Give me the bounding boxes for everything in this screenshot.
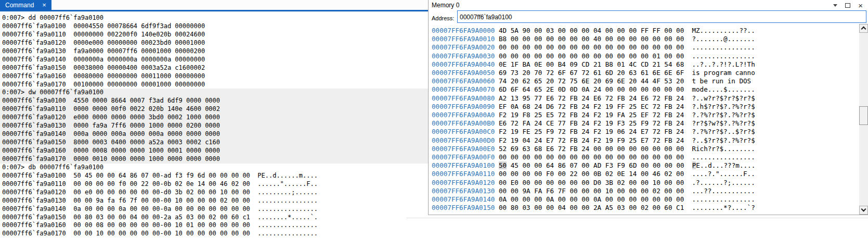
memory-address-cell: 00007FF6FA9A0140 bbox=[432, 195, 495, 203]
selected-byte[interactable]: 50 bbox=[499, 161, 507, 169]
command-output[interactable]: 0:007> dd 00007ff6`fa9a010000007ff6`fa9a… bbox=[0, 14, 428, 238]
memory-address-cell: 00007FF6FA9A0090 bbox=[432, 103, 495, 110]
memory-ascii-cell: ................ bbox=[692, 43, 755, 51]
memory-bytes-cell: 00 00 00 00 00 00 00 00 00 00 00 00 00 0… bbox=[499, 153, 684, 161]
memory-ascii-cell: MZ..........??.. bbox=[692, 27, 755, 34]
memory-address-input[interactable] bbox=[457, 10, 866, 23]
memory-ascii-cell: ..?..?.?!?.L?!Th bbox=[692, 60, 755, 68]
byte: 00 bbox=[522, 161, 530, 169]
memory-row[interactable]: 00007FF6FA9A00F0 00 00 00 00 00 00 00 00… bbox=[432, 153, 868, 161]
memory-ascii-cell: ?..w?r?$?r?$?r?$ bbox=[692, 94, 755, 102]
command-line: 00007ff6`fa9a0110 00 00 00 00 f0 00 22 0… bbox=[2, 180, 428, 189]
memory-row[interactable]: 00007FF6FA9A0060 74 20 62 65 20 72 75 6E… bbox=[432, 77, 868, 85]
command-line: 00007ff6`fa9a0150 8000 0003 0400 0000 a5… bbox=[2, 139, 428, 147]
memory-row[interactable]: 00007FF6FA9A00C0 F2 19 FE 25 F9 72 FB 24… bbox=[432, 128, 868, 136]
memory-ascii-cell: PE..d...???m.... bbox=[692, 161, 756, 169]
memory-address-cell: 00007FF6FA9A0150 bbox=[432, 204, 495, 211]
memory-row[interactable]: 00007FF6FA9A0070 6D 6F 64 65 2E 0D 0D 0A… bbox=[432, 85, 868, 94]
memory-bytes-cell: F2 19 04 24 E7 72 FB 24 F2 19 F9 25 E7 7… bbox=[499, 136, 684, 144]
byte: 00 bbox=[581, 161, 589, 169]
memory-ascii-cell: ....?."......F.. bbox=[692, 170, 755, 178]
scroll-down-button[interactable] bbox=[859, 206, 868, 215]
memory-row[interactable]: 00007FF6FA9A00A0 F2 19 F8 25 E5 72 FB 24… bbox=[432, 111, 868, 119]
memory-address-bar: Address: bbox=[429, 10, 868, 24]
memory-window: Memory 0 × Address: 00007FF6FA99FFF0 00 … bbox=[428, 0, 868, 215]
chevron-down-icon[interactable] bbox=[833, 4, 837, 7]
vertical-scrollbar[interactable] bbox=[859, 24, 868, 215]
memory-address-cell: 00007FF6FA9A0080 bbox=[432, 94, 495, 102]
memory-address-cell: 00007FF6FA9A0060 bbox=[432, 77, 495, 85]
memory-address-cell: 00007FF6FA9A0130 bbox=[432, 187, 495, 195]
tab-command[interactable]: Command × bbox=[0, 0, 51, 10]
memory-row[interactable]: 00007FF6FA9A0110 00 00 00 00 F0 00 22 00… bbox=[432, 170, 868, 178]
command-window: Command × 00007ff6`fa9a00f0 00 00 00 00 … bbox=[0, 0, 428, 250]
memory-address-cell: 00007FF6FA9A0110 bbox=[432, 170, 495, 178]
memory-ascii-cell: ...??........... bbox=[692, 187, 755, 195]
memory-row[interactable]: 00007FF6FA9A0120 00 E0 00 00 00 00 00 00… bbox=[432, 179, 868, 187]
memory-address-cell: 00007FF6FA9A00E0 bbox=[432, 145, 495, 153]
memory-row[interactable]: 00007FF6FA9A0050 69 73 20 70 72 6F 67 72… bbox=[432, 69, 868, 77]
memory-row[interactable]: 00007FF6FA9A0020 00 00 00 00 00 00 00 00… bbox=[432, 43, 868, 52]
memory-address-cell: 00007FF6FA9A0070 bbox=[432, 85, 495, 93]
memory-bytes-cell: 69 73 20 70 72 6F 67 72 61 6D 20 63 61 6… bbox=[499, 69, 684, 77]
memory-row[interactable]: 00007FF6FA9A00D0 F2 19 04 24 E7 72 FB 24… bbox=[432, 136, 868, 145]
memory-ascii-cell: ................ bbox=[692, 153, 755, 161]
memory-address-cell: 00007FF6FA99FFF0 bbox=[432, 24, 495, 26]
scroll-up-button[interactable] bbox=[859, 24, 868, 33]
memory-dump-area: 00007FF6FA99FFF0 00 00 00 00 00 00 00 00… bbox=[429, 24, 868, 215]
command-line: 0:007> db 00007ff6`fa9a0100 bbox=[2, 164, 428, 172]
memory-bytes-cell: 52 69 63 68 E6 72 FB 24 00 00 00 00 00 0… bbox=[499, 145, 684, 153]
memory-bytes-cell: A2 13 95 77 E6 72 FB 24 E6 72 FB 24 E6 7… bbox=[499, 94, 684, 102]
command-line: 00007ff6`fa9a0160 00080000 00000000 0001… bbox=[2, 72, 428, 81]
memory-ascii-cell: t be run in DOS bbox=[692, 77, 755, 85]
command-line: 00007ff6`fa9a0100 50 45 00 00 64 86 07 0… bbox=[2, 172, 428, 180]
memory-bytes-cell: 6D 6F 64 65 2E 0D 0D 0A 24 00 00 00 00 0… bbox=[499, 85, 684, 93]
command-line: 00007ff6`fa9a0120 00 e0 00 00 00 00 00 0… bbox=[2, 189, 428, 197]
command-line: 00007ff6`fa9a0130 00 00 9a fa f6 7f 00 0… bbox=[2, 197, 428, 205]
memory-row[interactable]: 00007FF6FA9A0130 00 00 9A FA F6 7F 00 00… bbox=[432, 187, 868, 195]
memory-row[interactable]: 00007FF6FA9A0100 50 45 00 00 64 86 07 00… bbox=[432, 161, 868, 170]
command-line: 00007ff6`fa9a0120 0000e000 00000000 0002… bbox=[2, 39, 428, 47]
byte: AD bbox=[593, 161, 601, 169]
command-line: 00007ff6`fa9a0160 0000 0008 0000 0000 10… bbox=[2, 147, 428, 155]
memory-row[interactable]: 00007FF6FA9A0080 A2 13 95 77 E6 72 FB 24… bbox=[432, 94, 868, 103]
memory-row[interactable]: 00007FF6FA9A0000 4D 5A 90 00 03 00 00 00… bbox=[432, 27, 868, 35]
scrollbar-thumb[interactable] bbox=[859, 106, 868, 125]
memory-bytes-cell: B8 00 00 00 00 00 00 00 40 00 00 00 00 0… bbox=[499, 35, 684, 43]
memory-address-cell: 00007FF6FA9A0040 bbox=[432, 60, 495, 68]
memory-address-cell: 00007FF6FA9A0100 bbox=[432, 161, 495, 169]
ascii-char: . bbox=[720, 161, 724, 169]
memory-address-cell: 00007FF6FA9A00D0 bbox=[432, 136, 495, 144]
byte: 6D bbox=[629, 161, 637, 169]
maximize-icon[interactable] bbox=[845, 3, 850, 8]
memory-ascii-cell: ?.h$?r?$?.?%?r?$ bbox=[692, 103, 755, 110]
memory-row[interactable]: 00007FF6FA9A00E0 52 69 63 68 E6 72 FB 24… bbox=[432, 145, 868, 153]
close-icon[interactable]: × bbox=[858, 2, 863, 9]
memory-bytes-cell: 00 00 00 00 00 00 00 00 00 00 00 00 00 0… bbox=[499, 52, 684, 60]
byte: 00 bbox=[665, 161, 672, 169]
memory-row[interactable]: 00007FF6FA9A0140 0A 00 00 00 0A 00 00 00… bbox=[432, 195, 868, 204]
memory-row[interactable]: 00007FF6FA9A0150 00 80 03 00 00 04 00 00… bbox=[432, 204, 868, 212]
ascii-char: ? bbox=[728, 161, 732, 169]
command-line: 00007ff6`fa9a0110 00000000 002200f0 140e… bbox=[2, 31, 428, 39]
memory-row[interactable]: 00007FF6FA9A0030 00 00 00 00 00 00 00 00… bbox=[432, 52, 868, 60]
memory-ascii-cell: ........*?....`? bbox=[692, 204, 755, 211]
memory-row[interactable]: 00007FF6FA9A00B0 E6 72 FA 24 CE 77 FB 24… bbox=[432, 119, 868, 128]
command-line: 00007ff6`fa9a0100 00004550 00078664 6df9… bbox=[2, 22, 428, 31]
close-icon[interactable]: × bbox=[42, 2, 46, 8]
command-line: 0:007> dw 00007ff6`fa9a0100 bbox=[2, 89, 428, 97]
memory-bytes-cell: 00 00 9A FA F6 7F 00 00 00 10 00 00 00 0… bbox=[499, 187, 684, 195]
memory-row-partial: 00007FF6FA99FFF0 00 00 00 00 00 00 00 00… bbox=[432, 24, 868, 26]
memory-bytes-cell: E6 72 FA 24 CE 77 FB 24 F2 19 F3 25 F9 7… bbox=[499, 119, 684, 127]
command-line: 00007ff6`fa9a0100 4550 0000 8664 0007 f3… bbox=[2, 97, 428, 105]
ascii-char: . bbox=[704, 161, 708, 169]
command-line: 00007ff6`fa9a0110 0000 0000 00f0 0022 02… bbox=[2, 105, 428, 114]
memory-row[interactable]: 00007FF6FA9A0010 B8 00 00 00 00 00 00 00… bbox=[432, 35, 868, 43]
ascii-char: m bbox=[735, 161, 740, 169]
chevron-down-icon bbox=[861, 207, 866, 212]
ascii-char: . bbox=[752, 161, 756, 169]
memory-row[interactable]: 00007FF6FA9A0090 EF 0A 68 24 D6 72 FB 24… bbox=[432, 103, 868, 111]
command-tab-bar: Command × bbox=[0, 0, 428, 10]
command-line: 00007ff6`fa9a0170 00100000 00000000 0000… bbox=[2, 81, 428, 89]
memory-row[interactable]: 00007FF6FA9A0040 0E 1F BA 0E 00 B4 09 CD… bbox=[432, 60, 868, 69]
